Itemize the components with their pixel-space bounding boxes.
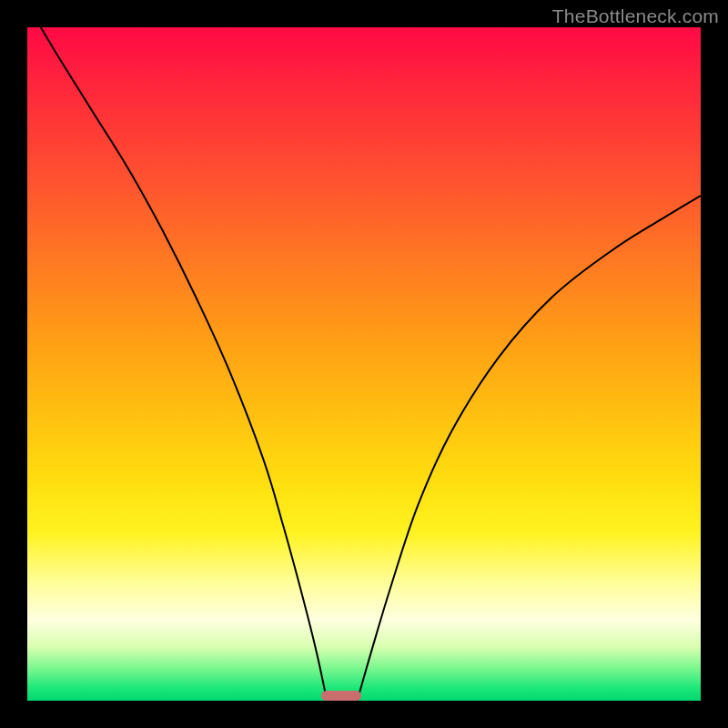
chart-frame: TheBottleneck.com bbox=[0, 0, 728, 728]
bottleneck-marker bbox=[321, 691, 361, 701]
curve-right-branch bbox=[358, 196, 701, 701]
curve-svg bbox=[27, 27, 701, 701]
curve-left-branch bbox=[41, 27, 328, 701]
plot-area bbox=[27, 27, 701, 701]
watermark-text: TheBottleneck.com bbox=[552, 5, 719, 27]
